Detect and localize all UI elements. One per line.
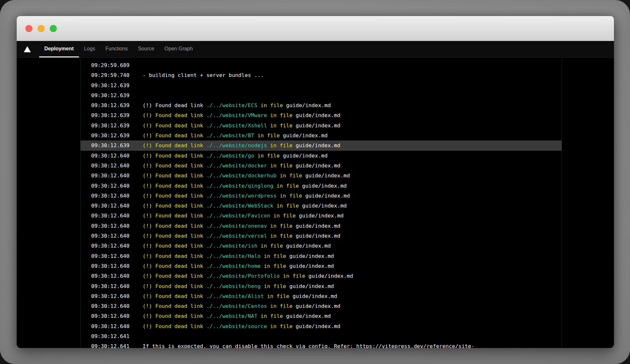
log-timestamp: 09:30:12.640 [91, 261, 143, 271]
log-message: (!) Found dead link ./../website/VMware … [143, 110, 340, 120]
log-message: (!) Found dead link ./../website/BT in f… [143, 131, 328, 140]
log-timestamp: 09:30:12.640 [91, 211, 143, 221]
deployment-main-area: 09:29:59.68909:29:59.740- building clien… [17, 58, 614, 348]
log-message: (!) Found dead link ./../website/vercel … [143, 231, 340, 241]
log-message: (!) Found dead link ./../website/Halo in… [143, 251, 334, 261]
log-row[interactable]: 09:30:12.640(!) Found dead link ./../web… [81, 211, 562, 221]
tab-deployment[interactable]: Deployment [39, 41, 79, 57]
log-timestamp: 09:30:12.640 [91, 171, 143, 181]
minimize-button[interactable] [38, 25, 45, 32]
log-timestamp: 09:30:12.640 [91, 311, 143, 321]
log-row[interactable]: 09:30:12.639 [81, 90, 562, 100]
log-row[interactable]: 09:30:12.640(!) Found dead link ./../web… [81, 281, 562, 291]
log-timestamp: 09:30:12.639 [91, 140, 143, 150]
log-timestamp: 09:30:12.640 [91, 281, 143, 291]
log-message: If this is expected, you can disable thi… [143, 341, 474, 348]
log-timestamp: 09:30:12.640 [91, 301, 143, 311]
log-timestamp: 09:30:12.641 [91, 331, 143, 341]
tab-open-graph[interactable]: Open Graph [159, 41, 198, 57]
log-message: (!) Found dead link ./../website/Xshell … [143, 121, 340, 131]
log-sections-sidebar [17, 58, 81, 348]
desktop-backdrop: DeploymentLogsFunctionsSourceOpen Graph … [0, 0, 630, 364]
build-log-pane[interactable]: 09:29:59.68909:29:59.740- building clien… [81, 58, 562, 348]
log-message: (!) Found dead link ./../website/wordpre… [143, 191, 350, 201]
log-timestamp: 09:30:12.640 [91, 151, 143, 161]
log-row[interactable]: 09:30:12.639(!) Found dead link ./../web… [81, 131, 562, 140]
log-timestamp: 09:30:12.641 [91, 341, 143, 348]
log-message: (!) Found dead link ./../website/heng in… [143, 281, 334, 291]
log-message: (!) Found dead link ./../website/Centos … [143, 301, 340, 311]
log-row[interactable]: 09:30:12.640(!) Found dead link ./../web… [81, 271, 562, 281]
log-timestamp: 09:30:12.640 [91, 221, 143, 231]
log-row[interactable]: 09:30:12.640(!) Found dead link ./../web… [81, 151, 562, 161]
tab-functions[interactable]: Functions [100, 41, 133, 57]
log-timestamp: 09:30:12.640 [91, 201, 143, 211]
log-message: (!) Found dead link ./../website/docker … [143, 161, 340, 171]
nav-tabs: DeploymentLogsFunctionsSourceOpen Graph [39, 41, 198, 57]
log-row[interactable]: 09:30:12.640(!) Found dead link ./../web… [81, 221, 562, 231]
log-timestamp: 09:30:12.640 [91, 251, 143, 261]
log-message: (!) Found dead link ./../website/qinglon… [143, 181, 347, 191]
log-timestamp: 09:30:12.639 [91, 80, 143, 90]
log-row[interactable]: 09:30:12.639(!) Found dead link ./../web… [81, 140, 562, 150]
log-row[interactable]: 09:30:12.640(!) Found dead link ./../web… [81, 251, 562, 261]
zoom-button[interactable] [50, 25, 57, 32]
log-timestamp: 09:29:59.689 [91, 60, 143, 70]
log-timestamp: 09:30:12.640 [91, 161, 143, 171]
log-timestamp: 09:30:12.640 [91, 241, 143, 251]
log-row[interactable]: 09:30:12.640(!) Found dead link ./../web… [81, 311, 562, 321]
log-row[interactable]: 09:30:12.641 [81, 331, 562, 341]
tab-source[interactable]: Source [133, 41, 160, 57]
log-message: (!) Found dead link ./../website/Favicon… [143, 211, 344, 221]
log-timestamp: 09:29:59.740 [91, 70, 143, 80]
log-message: (!) Found dead link ./../website/home in… [143, 261, 334, 271]
log-row[interactable]: 09:29:59.689 [81, 60, 562, 70]
traffic-lights [25, 25, 57, 32]
log-row[interactable]: 09:30:12.640(!) Found dead link ./../web… [81, 161, 562, 171]
log-message: (!) Found dead link ./../website/WebStac… [143, 201, 347, 211]
log-message: (!) Found dead link ./../website/source … [143, 321, 340, 331]
log-row[interactable]: 09:30:12.639(!) Found dead link ./../web… [81, 121, 562, 131]
log-timestamp: 09:30:12.640 [91, 271, 143, 281]
deployment-nav-bar: DeploymentLogsFunctionsSourceOpen Graph [17, 41, 614, 58]
log-row[interactable]: 09:30:12.640(!) Found dead link ./../web… [81, 191, 562, 201]
log-timestamp: 09:30:12.640 [91, 181, 143, 191]
log-timestamp: 09:30:12.640 [91, 291, 143, 301]
log-message: (!) Found dead link ./../website/Portofo… [143, 271, 353, 281]
window-titlebar [17, 16, 614, 41]
log-row[interactable]: 09:30:12.639(!) Found dead link ./../web… [81, 110, 562, 120]
log-timestamp: 09:30:12.639 [91, 90, 143, 100]
log-row[interactable]: 09:30:12.640(!) Found dead link ./../web… [81, 241, 562, 251]
log-row[interactable]: 09:30:12.640(!) Found dead link ./../web… [81, 301, 562, 311]
log-row[interactable]: 09:29:59.740- building client + server b… [81, 70, 562, 80]
log-timestamp: 09:30:12.640 [91, 231, 143, 241]
vercel-logo-icon[interactable] [24, 46, 31, 52]
browser-window: DeploymentLogsFunctionsSourceOpen Graph … [17, 16, 614, 348]
close-button[interactable] [25, 25, 32, 32]
log-message: (!) Found dead link ./../website/dockerh… [143, 171, 350, 181]
log-row[interactable]: 09:30:12.640(!) Found dead link ./../web… [81, 321, 562, 331]
log-message: (!) Found dead link ./../website/ish in … [143, 241, 331, 251]
right-gutter [562, 58, 614, 348]
log-timestamp: 09:30:12.639 [91, 100, 143, 110]
log-row[interactable]: 09:30:12.639 [81, 80, 562, 90]
log-message: (!) Found dead link ./../website/Alist i… [143, 291, 337, 301]
tab-logs[interactable]: Logs [79, 41, 101, 57]
log-row[interactable]: 09:30:12.640(!) Found dead link ./../web… [81, 261, 562, 271]
log-timestamp: 09:30:12.640 [91, 191, 143, 201]
log-timestamp: 09:30:12.640 [91, 321, 143, 331]
log-row[interactable]: 09:30:12.640(!) Found dead link ./../web… [81, 181, 562, 191]
log-timestamp: 09:30:12.639 [91, 110, 143, 120]
log-row[interactable]: 09:30:12.641If this is expected, you can… [81, 341, 562, 348]
log-message: (!) Found dead link ./../website/NAT in … [143, 311, 331, 321]
log-row[interactable]: 09:30:12.640(!) Found dead link ./../web… [81, 201, 562, 211]
log-timestamp: 09:30:12.639 [91, 121, 143, 131]
log-message: (!) Found dead link ./../website/ECS in … [143, 100, 331, 110]
log-row[interactable]: 09:30:12.640(!) Found dead link ./../web… [81, 291, 562, 301]
log-row[interactable]: 09:30:12.640(!) Found dead link ./../web… [81, 231, 562, 241]
log-timestamp: 09:30:12.639 [91, 131, 143, 140]
log-message: (!) Found dead link ./../website/go in f… [143, 151, 328, 161]
log-row[interactable]: 09:30:12.640(!) Found dead link ./../web… [81, 171, 562, 181]
log-row[interactable]: 09:30:12.639(!) Found dead link ./../web… [81, 100, 562, 110]
log-message: - building client + server bundles ... [143, 70, 264, 80]
